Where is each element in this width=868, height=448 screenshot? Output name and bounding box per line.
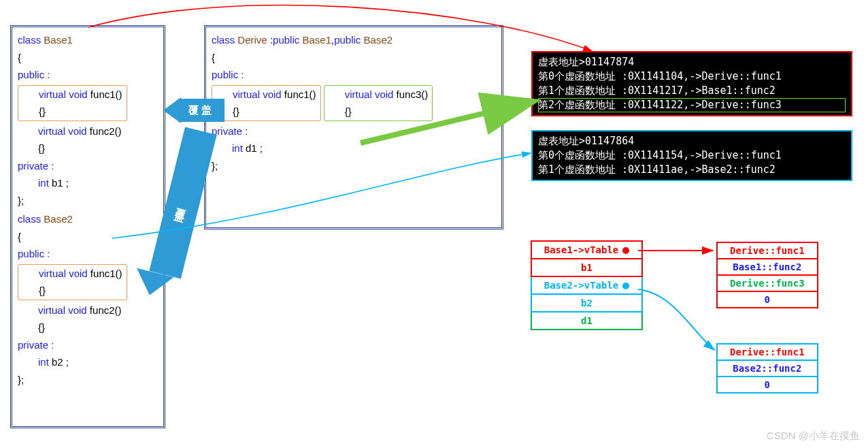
access-private-d: private : bbox=[212, 123, 496, 140]
override-arrow-1: 覆盖 bbox=[178, 99, 224, 122]
access-public: public : bbox=[18, 66, 158, 84]
console-vtable1: 虚表地址>01147874 第0个虚函数地址 :0X1141104,->Deri… bbox=[531, 51, 852, 116]
vtable1-table: Derive::func1 Base1::func2 Derive::func3… bbox=[716, 242, 818, 308]
vt1-r0: Derive::func1 bbox=[717, 242, 818, 259]
vt1-r3: 0 bbox=[717, 291, 818, 308]
vt2-r1: Base2::func2 bbox=[717, 360, 818, 377]
base1-func2: virtual void func2() {} bbox=[18, 123, 158, 157]
access-public2: public : bbox=[18, 245, 158, 263]
vt1-r2: Derive::func3 bbox=[717, 275, 818, 291]
console1-title: 虚表地址>01147874 bbox=[538, 55, 846, 69]
layout-b2: b2 bbox=[531, 294, 642, 312]
vt2-r2: 0 bbox=[717, 377, 818, 393]
kw-class: class bbox=[18, 34, 41, 46]
code-derive: class Derive :public Base1,public Base2 … bbox=[204, 25, 503, 229]
layout-b1: b1 bbox=[531, 259, 642, 276]
console2-title: 虚表地址>01147864 bbox=[538, 134, 846, 148]
override-arrow-1-head bbox=[163, 97, 181, 123]
base1-func1: virtual void func1() {} bbox=[18, 85, 127, 121]
console1-row0: 第0个虚函数地址 :0X1141104,->Derive::func1 bbox=[538, 69, 846, 84]
code-base: class Base1 { public : virtual void func… bbox=[10, 25, 165, 428]
console-vtable2: 虚表地址>01147864 第0个虚函数地址 :0X1141154,->Deri… bbox=[531, 130, 852, 181]
class-name: Base1 bbox=[44, 34, 73, 46]
derive-func3: virtual void func3() {} bbox=[324, 85, 433, 121]
derive-close: }; bbox=[212, 157, 496, 175]
layout-d1: d1 bbox=[531, 312, 642, 330]
console2-row0: 第0个虚函数地址 :0X1141154,->Derive::func1 bbox=[538, 148, 846, 163]
base2-close: }; bbox=[18, 371, 158, 389]
derive-func1: virtual void func1() {} bbox=[212, 85, 321, 121]
vtable2-table: Derive::func1 Base2::func2 0 bbox=[716, 343, 818, 394]
base2-func1: virtual void func1() {} bbox=[18, 264, 127, 300]
console1-row1: 第1个虚函数地址 :0X1141217,->Base1::func2 bbox=[538, 84, 846, 98]
vt2-r0: Derive::func1 bbox=[717, 344, 818, 360]
access-private: private : bbox=[18, 157, 158, 175]
base2-func2: virtual void func2() {} bbox=[18, 302, 158, 336]
layout-base1-vtable: Base1->vTable bbox=[531, 241, 642, 259]
watermark: CSDN @小羊在摸鱼 bbox=[767, 430, 860, 443]
access-private2: private : bbox=[18, 336, 158, 354]
vt1-r1: Base1::func2 bbox=[717, 259, 818, 275]
console1-row2: 第2个虚函数地址 :0X1141122,->Derive::func3 bbox=[538, 98, 846, 112]
object-layout-table: Base1->vTable b1 Base2->vTable b2 d1 bbox=[531, 240, 643, 330]
console2-row1: 第1个虚函数地址 :0X11411ae,->Base2::func2 bbox=[538, 163, 846, 177]
access-public-d: public : bbox=[212, 66, 496, 84]
base1-close: }; bbox=[18, 192, 158, 210]
layout-base2-vtable: Base2->vTable bbox=[531, 276, 642, 294]
